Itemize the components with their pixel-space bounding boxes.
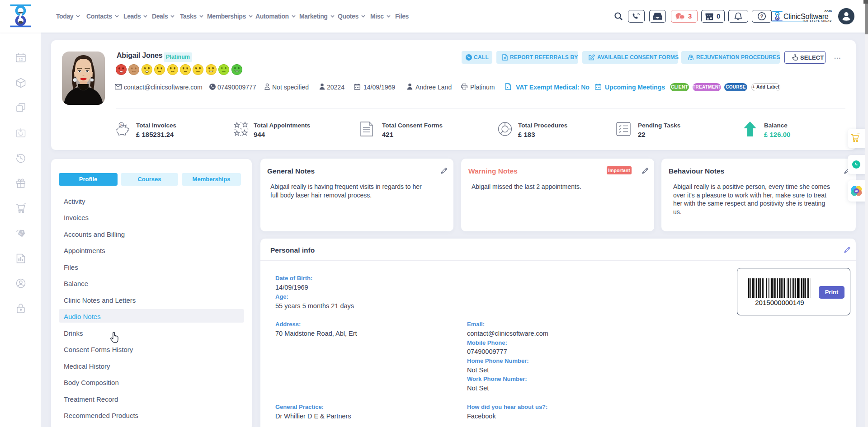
svg-text:AI: AI [855,189,858,192]
svg-text:12: 12 [19,57,23,61]
svg-text:TEN STEPS AHEAD: TEN STEPS AHEAD [802,19,832,22]
svg-text:?: ? [760,14,763,19]
svg-text:$: $ [120,123,123,127]
svg-text:.com: .com [823,9,832,13]
